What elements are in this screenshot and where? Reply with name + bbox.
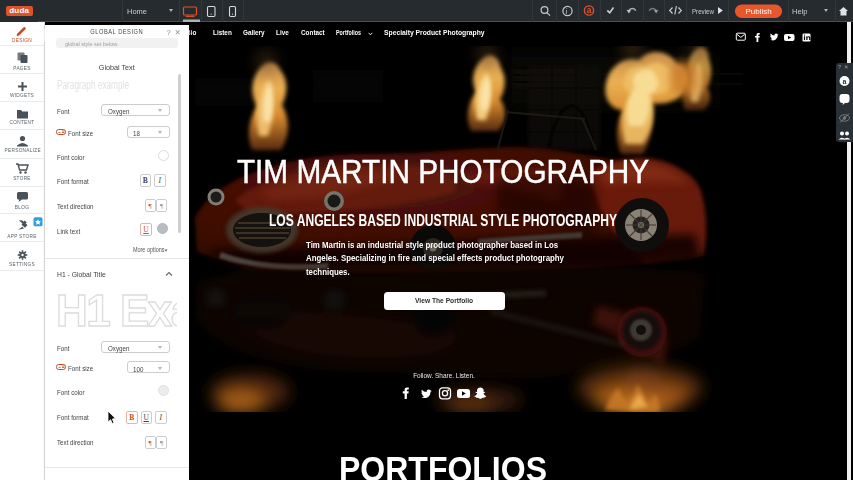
svg-text:a: a [587,5,592,15]
svg-text:i: i [565,7,567,16]
svg-text:Publish: Publish [745,7,771,16]
svg-text:a: a [843,78,847,85]
